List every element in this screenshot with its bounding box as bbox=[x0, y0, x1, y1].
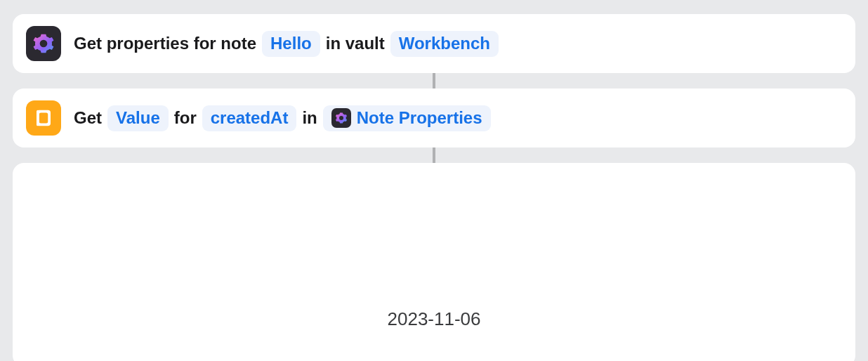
token-get-what[interactable]: Value bbox=[107, 105, 169, 131]
token-vault-name[interactable]: Workbench bbox=[390, 31, 499, 57]
flow-connector bbox=[433, 147, 435, 163]
gear-icon bbox=[331, 108, 351, 128]
action-step-get-value[interactable]: Get Value for createdAt in Note Pro bbox=[13, 88, 855, 147]
gear-icon bbox=[26, 26, 61, 61]
text-fragment: for bbox=[174, 108, 197, 128]
action-description: Get properties for note Hello in vault W… bbox=[74, 31, 499, 57]
text-fragment: in bbox=[302, 108, 317, 128]
token-note-name[interactable]: Hello bbox=[262, 31, 320, 57]
svg-rect-2 bbox=[37, 110, 39, 126]
text-fragment: Get properties for note bbox=[74, 34, 256, 53]
result-value: 2023-11-06 bbox=[388, 308, 481, 330]
shortcut-flow: Get properties for note Hello in vault W… bbox=[13, 14, 855, 361]
token-key[interactable]: createdAt bbox=[202, 105, 297, 131]
svg-rect-1 bbox=[39, 113, 48, 124]
token-source-label: Note Properties bbox=[357, 108, 482, 128]
action-description: Get Value for createdAt in Note Pro bbox=[74, 105, 491, 131]
dictionary-icon bbox=[26, 100, 61, 136]
text-fragment: Get bbox=[74, 108, 102, 128]
action-step-get-properties[interactable]: Get properties for note Hello in vault W… bbox=[13, 14, 855, 73]
flow-connector bbox=[433, 73, 435, 88]
result-panel: 2023-11-06 bbox=[13, 163, 855, 361]
token-source[interactable]: Note Properties bbox=[323, 105, 491, 131]
text-fragment: in vault bbox=[326, 34, 385, 53]
